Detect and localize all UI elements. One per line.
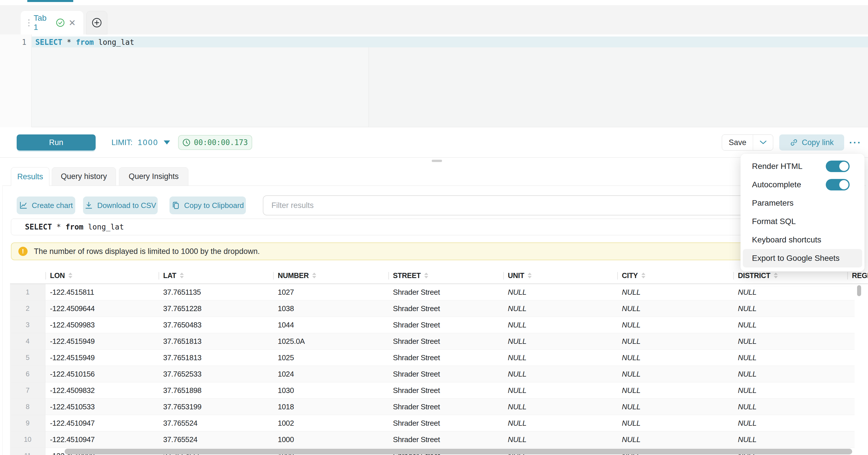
table-cell[interactable]: NULL (503, 317, 617, 333)
create-chart-button[interactable]: Create chart (17, 196, 75, 214)
run-button[interactable]: Run (17, 134, 96, 151)
vertical-scrollbar-thumb[interactable] (857, 285, 861, 296)
row-number-cell[interactable]: 11 (10, 448, 45, 455)
table-cell[interactable]: Shrader Street (388, 431, 503, 448)
table-cell[interactable]: 1002 (273, 415, 388, 431)
row-number-cell[interactable]: 5 (10, 350, 45, 366)
table-cell[interactable]: 37.7653199 (159, 399, 273, 415)
table-cell[interactable]: NULL (617, 431, 733, 448)
drag-handle-icon[interactable] (28, 19, 30, 26)
table-cell[interactable]: NULL (617, 317, 733, 333)
table-cell[interactable]: -122.4510533 (45, 399, 159, 415)
table-cell[interactable]: Shrader Street (388, 300, 503, 316)
column-header-lon[interactable]: LON (45, 267, 159, 283)
row-number-cell[interactable]: 4 (10, 333, 45, 349)
new-tab-button[interactable] (86, 11, 107, 34)
table-cell[interactable]: Shrader Street (388, 366, 503, 382)
table-cell[interactable]: NULL (617, 284, 733, 300)
menu-item-parameters[interactable]: Parameters (741, 194, 865, 212)
table-cell[interactable]: Shrader Street (388, 350, 503, 366)
table-cell[interactable]: 37.7651228 (159, 300, 273, 316)
table-cell[interactable]: Shrader Street (388, 382, 503, 398)
table-cell[interactable]: Shrader Street (388, 399, 503, 415)
table-cell[interactable]: 1027 (273, 284, 388, 300)
table-cell[interactable]: -122.4509644 (45, 300, 159, 316)
table-cell[interactable]: 1025.0A (273, 333, 388, 349)
table-cell[interactable]: NULL (617, 300, 733, 316)
copy-to-clipboard-button[interactable]: Copy to Clipboard (169, 196, 246, 214)
table-cell[interactable]: NULL (733, 399, 847, 415)
table-cell[interactable]: NULL (733, 350, 847, 366)
copy-link-button[interactable]: Copy link (779, 134, 844, 151)
table-cell[interactable]: NULL (617, 366, 733, 382)
table-cell[interactable]: 37.765524 (159, 431, 273, 448)
table-cell[interactable]: NULL (617, 333, 733, 349)
column-header-street[interactable]: STREET (388, 267, 503, 283)
table-cell[interactable]: 1030 (273, 382, 388, 398)
table-cell[interactable]: -122.4509983 (45, 317, 159, 333)
menu-item-format-sql[interactable]: Format SQL (741, 212, 865, 231)
table-cell[interactable]: -122.4515811 (45, 284, 159, 300)
tab-query-insights[interactable]: Query Insights (119, 167, 188, 186)
table-cell[interactable]: NULL (733, 284, 847, 300)
table-cell[interactable]: 37.7651135 (159, 284, 273, 300)
table-cell[interactable]: Shrader Street (388, 333, 503, 349)
table-cell[interactable]: -122.4515949 (45, 350, 159, 366)
table-cell[interactable]: NULL (503, 284, 617, 300)
table-cell[interactable]: 37.765524 (159, 415, 273, 431)
table-cell[interactable]: NULL (733, 317, 847, 333)
table-cell[interactable]: Shrader Street (388, 317, 503, 333)
save-button[interactable]: Save (722, 135, 753, 150)
table-cell[interactable]: 1024 (273, 366, 388, 382)
menu-item-autocomplete[interactable]: Autocomplete (741, 176, 865, 194)
table-cell[interactable]: NULL (503, 350, 617, 366)
table-cell[interactable]: Shrader Street (388, 415, 503, 431)
horizontal-scrollbar-thumb[interactable] (65, 449, 852, 454)
table-cell[interactable]: 37.7651813 (159, 350, 273, 366)
tab-query-history[interactable]: Query history (52, 167, 116, 186)
table-cell[interactable]: NULL (503, 366, 617, 382)
table-cell[interactable]: NULL (617, 415, 733, 431)
column-header-lat[interactable]: LAT (159, 267, 273, 283)
table-cell[interactable]: NULL (733, 382, 847, 398)
table-cell[interactable]: -122.4510156 (45, 366, 159, 382)
row-number-cell[interactable]: 7 (10, 382, 45, 398)
sql-code-editor[interactable]: 1 SELECT * from long_lat (0, 34, 868, 127)
table-cell[interactable]: Shrader Street (388, 284, 503, 300)
table-cell[interactable]: -122.4509832 (45, 382, 159, 398)
table-cell[interactable]: 1000 (273, 431, 388, 448)
column-header-unit[interactable]: UNIT (503, 267, 617, 283)
table-cell[interactable]: 37.7651898 (159, 382, 273, 398)
table-cell[interactable]: NULL (503, 382, 617, 398)
table-cell[interactable]: NULL (617, 399, 733, 415)
column-header-city[interactable]: CITY (617, 267, 733, 283)
table-cell[interactable]: 1025 (273, 350, 388, 366)
table-cell[interactable]: -122.4510947 (45, 431, 159, 448)
column-header-number[interactable]: NUMBER (273, 267, 388, 283)
editor-tab-1[interactable]: Tab 1 ✕ (21, 11, 83, 34)
table-cell[interactable]: 37.7651813 (159, 333, 273, 349)
close-tab-icon[interactable]: ✕ (69, 18, 76, 28)
sort-icon[interactable] (68, 273, 72, 278)
row-number-cell[interactable]: 3 (10, 317, 45, 333)
table-cell[interactable]: 1018 (273, 399, 388, 415)
menu-item-render-html[interactable]: Render HTML (741, 157, 865, 176)
table-cell[interactable]: NULL (733, 415, 847, 431)
row-number-cell[interactable]: 6 (10, 366, 45, 382)
table-cell[interactable]: NULL (733, 366, 847, 382)
sort-icon[interactable] (528, 273, 532, 278)
table-cell[interactable]: NULL (503, 333, 617, 349)
save-options-button[interactable] (753, 135, 773, 150)
limit-dropdown[interactable]: LIMIT: 1000 (112, 134, 170, 151)
row-number-cell[interactable]: 8 (10, 399, 45, 415)
more-options-button[interactable]: ··· (846, 134, 865, 151)
table-cell[interactable]: NULL (503, 431, 617, 448)
menu-item-export-to-google-sheets[interactable]: Export to Google Sheets (743, 249, 862, 267)
tab-results[interactable]: Results (11, 167, 50, 186)
table-cell[interactable]: NULL (503, 300, 617, 316)
menu-item-keyboard-shortcuts[interactable]: Keyboard shortcuts (741, 231, 865, 249)
table-cell[interactable]: 1038 (273, 300, 388, 316)
table-cell[interactable]: NULL (733, 300, 847, 316)
row-number-cell[interactable]: 9 (10, 415, 45, 431)
sort-icon[interactable] (774, 273, 778, 278)
